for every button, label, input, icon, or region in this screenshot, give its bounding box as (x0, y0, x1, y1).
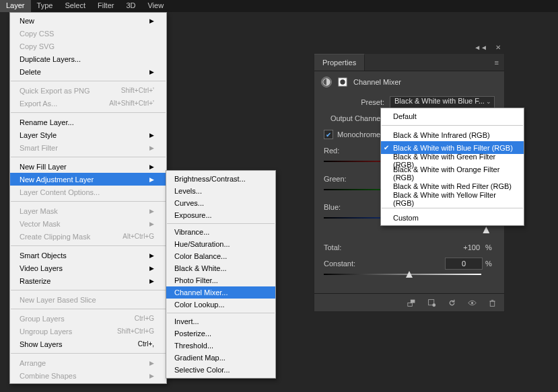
menu-smart-objects[interactable]: Smart Objects▶ (10, 249, 166, 262)
svg-point-6 (470, 301, 473, 303)
preset-option[interactable]: Black & White with Yellow Filter (RGB) (381, 192, 524, 205)
submenu-color-balance[interactable]: Color Balance... (166, 250, 275, 262)
menu-item-label: New (20, 17, 145, 25)
menu-item-label: Group Layers (20, 315, 129, 323)
blue-label: Blue: (324, 203, 346, 211)
menu-layer-content-options: Layer Content Options... (10, 186, 166, 198)
menu-new-fill-layer[interactable]: New Fill Layer▶ (10, 160, 166, 173)
menubar-layer[interactable]: Layer (0, 0, 31, 12)
menu-separator (11, 353, 166, 354)
menu-ungroup-layers: Ungroup LayersShift+Ctrl+G (10, 325, 166, 338)
submenu-posterize[interactable]: Posterize... (166, 327, 275, 340)
svg-rect-2 (407, 303, 412, 306)
submenu-invert[interactable]: Invert... (166, 315, 275, 327)
mask-icon (337, 77, 348, 87)
menu-smart-filter: Smart Filter▶ (10, 141, 166, 154)
preset-value: Black & White with Blue F... (394, 97, 485, 105)
menu-item-label: Copy CSS (20, 30, 154, 38)
adjustment-layer-icon (321, 77, 332, 87)
submenu-threshold[interactable]: Threshold... (166, 340, 275, 352)
tab-properties[interactable]: Properties (314, 54, 365, 71)
preset-option[interactable]: Black & White Infrared (RGB) (381, 128, 524, 141)
menu-duplicate-layers[interactable]: Duplicate Layers... (10, 52, 166, 65)
constant-input[interactable] (445, 258, 483, 270)
menu-item-accel: Ctrl+, (133, 340, 154, 348)
menubar-type[interactable]: Type (31, 0, 59, 12)
submenu-black-white[interactable]: Black & White... (166, 262, 275, 274)
submenu-photo-filter[interactable]: Photo Filter... (166, 274, 275, 286)
preset-option-label: Black & White with Orange Filter (RGB) (393, 165, 518, 182)
menu-item-label: Combine Shapes (20, 372, 145, 380)
menu-quick-export-as-png: Quick Export as PNGShift+Ctrl+' (10, 84, 166, 97)
submenu-selective-color[interactable]: Selective Color... (166, 364, 275, 376)
submenu-brightness-contrast[interactable]: Brightness/Contrast... (166, 173, 275, 185)
menu-show-layers[interactable]: Show LayersCtrl+, (10, 338, 166, 350)
menu-item-accel: Shift+Ctrl+' (116, 87, 154, 94)
submenu-color-lookup[interactable]: Color Lookup... (166, 299, 275, 311)
submenu-arrow-icon: ▶ (149, 17, 154, 24)
menu-item-label: Duplicate Layers... (20, 55, 154, 63)
menu-group-layers: Group LayersCtrl+G (10, 312, 166, 325)
monochrome-checkbox[interactable]: ✔ (324, 130, 333, 139)
constant-slider[interactable] (324, 272, 495, 277)
svg-rect-7 (490, 301, 495, 306)
menu-delete[interactable]: Delete▶ (10, 65, 166, 78)
menu-layer-style[interactable]: Layer Style▶ (10, 128, 166, 141)
preset-dropdown[interactable]: Black & White with Blue F... ⌄ (390, 96, 495, 108)
preset-option-label: Black & White with Yellow Filter (RGB) (393, 191, 518, 207)
menu-separator (11, 245, 166, 246)
svg-point-5 (432, 303, 435, 307)
menu-rename-layer[interactable]: Rename Layer... (10, 116, 166, 128)
submenu-channel-mixer[interactable]: Channel Mixer... (166, 286, 275, 299)
preset-option[interactable]: Black & White with Orange Filter (RGB) (381, 167, 524, 180)
submenu-levels[interactable]: Levels... (166, 185, 275, 197)
submenu-arrow-icon: ▶ (149, 265, 154, 272)
collapse-icon[interactable]: ◄◄ (474, 44, 487, 51)
clip-to-layer-icon[interactable] (406, 298, 417, 307)
submenu-arrow-icon: ▶ (149, 278, 154, 284)
menu-item-label: New Layer Based Slice (20, 296, 154, 304)
layer-menu: New▶Copy CSSCopy SVGDuplicate Layers...D… (9, 12, 167, 384)
menu-video-layers[interactable]: Video Layers▶ (10, 262, 166, 274)
menu-vector-mask: Vector Mask▶ (10, 217, 166, 230)
menu-item-label: Create Clipping Mask (20, 233, 117, 241)
menu-export-as: Export As...Alt+Shift+Ctrl+' (10, 97, 166, 110)
preset-dropdown-list: DefaultBlack & White Infrared (RGB)✔Blac… (380, 108, 524, 226)
menu-separator (167, 313, 275, 313)
panel-title: Channel Mixer (353, 78, 401, 86)
monochrome-label: Monochrome (337, 130, 380, 139)
visibility-eye-icon[interactable] (466, 298, 477, 307)
menu-new[interactable]: New▶ (10, 14, 166, 27)
submenu-curves[interactable]: Curves... (166, 197, 275, 209)
preset-option-label: Custom (393, 214, 419, 222)
chevron-down-icon: ⌄ (486, 98, 491, 105)
menubar-view[interactable]: View (141, 0, 170, 12)
submenu-arrow-icon: ▶ (149, 176, 154, 183)
menu-separator (11, 81, 166, 81)
menubar-filter[interactable]: Filter (92, 0, 120, 12)
submenu-gradient-map[interactable]: Gradient Map... (166, 352, 275, 364)
menubar-3d[interactable]: 3D (120, 0, 141, 12)
menu-copy-css: Copy CSS (10, 27, 166, 40)
submenu-vibrance[interactable]: Vibrance... (166, 226, 275, 238)
check-icon: ✔ (384, 144, 389, 151)
menu-item-label: New Fill Layer (20, 163, 145, 171)
trash-icon[interactable] (487, 298, 497, 307)
menu-separator (167, 223, 275, 224)
menu-rasterize[interactable]: Rasterize▶ (10, 274, 166, 287)
menubar-select[interactable]: Select (59, 0, 92, 12)
menu-new-adjustment-layer[interactable]: New Adjustment Layer▶ (10, 173, 166, 186)
submenu-hue-saturation[interactable]: Hue/Saturation... (166, 238, 275, 250)
view-previous-icon[interactable] (426, 298, 437, 307)
menu-item-accel: Ctrl+G (129, 315, 154, 322)
panel-options-icon[interactable]: ≡ (489, 58, 504, 67)
close-panel-icon[interactable]: ✕ (495, 44, 501, 51)
menu-separator (11, 201, 166, 202)
menubar: LayerTypeSelectFilter3DView (0, 0, 558, 12)
preset-option-label: Black & White with Red Filter (RGB) (393, 182, 512, 190)
reset-icon[interactable] (446, 298, 457, 307)
submenu-exposure[interactable]: Exposure... (166, 209, 275, 221)
preset-option[interactable]: Custom (381, 211, 524, 224)
preset-option[interactable]: Default (381, 110, 524, 122)
menu-item-accel: Shift+Ctrl+G (112, 327, 154, 335)
